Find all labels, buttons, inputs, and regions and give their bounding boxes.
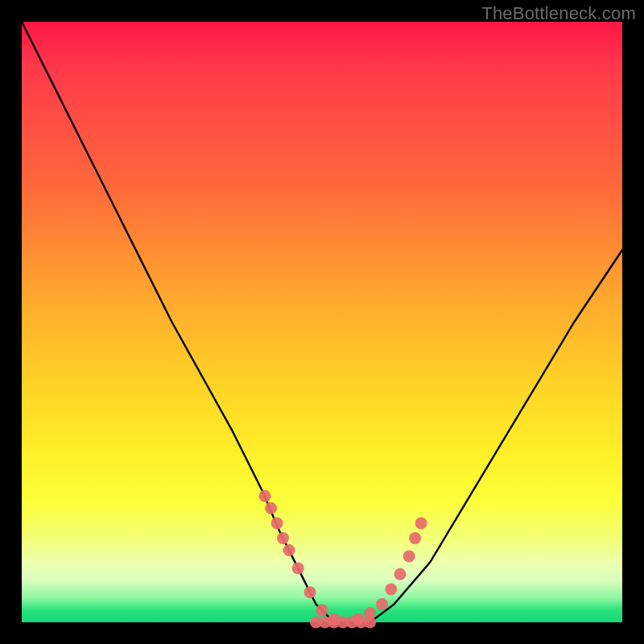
data-marker (271, 517, 283, 529)
data-marker (409, 532, 421, 544)
data-markers (259, 490, 427, 629)
data-marker (376, 598, 388, 610)
data-marker (259, 490, 271, 502)
data-marker (316, 605, 328, 617)
data-marker (304, 586, 316, 598)
data-marker (292, 562, 304, 574)
data-marker (277, 532, 289, 544)
data-marker (394, 568, 407, 580)
chart-frame: TheBottleneck.com (0, 0, 644, 644)
chart-svg (22, 22, 622, 622)
data-marker (415, 517, 427, 529)
watermark-text: TheBottleneck.com (481, 3, 636, 24)
curve-line (22, 22, 622, 622)
data-marker (265, 502, 277, 514)
data-marker (403, 550, 415, 562)
plot-area (22, 22, 622, 622)
data-marker (364, 617, 376, 629)
data-marker (385, 584, 397, 596)
data-marker (283, 544, 295, 556)
